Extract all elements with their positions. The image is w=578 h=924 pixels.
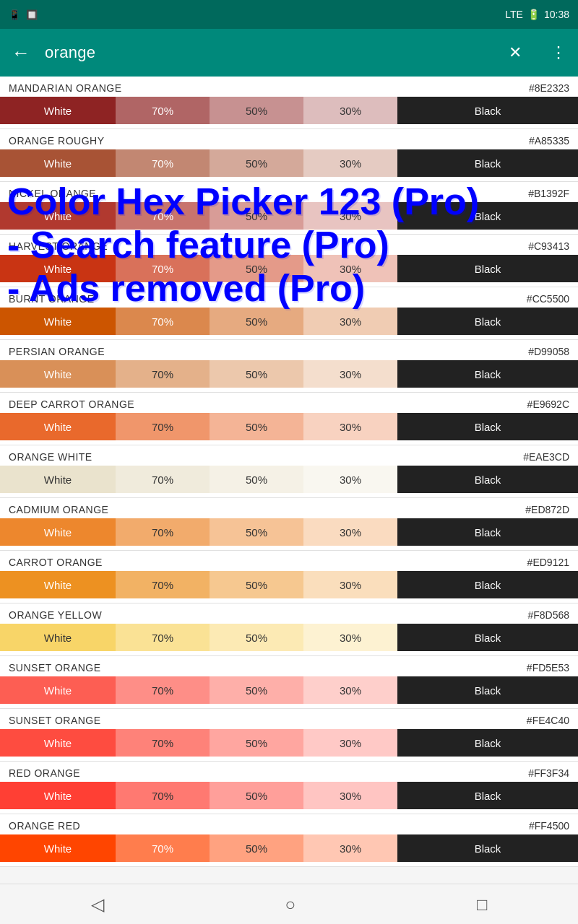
color-hex: #CC5500 [527, 293, 569, 305]
clear-search-button[interactable]: ✕ [509, 43, 522, 62]
color-swatch[interactable]: 70% [116, 255, 210, 282]
color-swatch[interactable]: Black [397, 624, 578, 651]
color-swatch[interactable]: White [0, 729, 116, 757]
color-swatch[interactable]: 70% [116, 308, 210, 335]
color-bar[interactable]: White70%50%30%Black [0, 149, 578, 177]
color-swatch[interactable]: 50% [210, 518, 303, 546]
color-bar[interactable]: White70%50%30%Black [0, 518, 578, 546]
color-swatch[interactable]: 30% [303, 466, 397, 493]
back-button[interactable]: ← [12, 42, 30, 64]
color-swatch[interactable]: White [0, 149, 116, 177]
color-swatch[interactable]: 50% [210, 571, 303, 598]
color-swatch[interactable]: White [0, 466, 116, 493]
color-swatch[interactable]: 50% [210, 676, 303, 704]
color-bar[interactable]: White70%50%30%Black [0, 466, 578, 493]
color-swatch[interactable]: 30% [303, 676, 397, 704]
color-swatch[interactable]: 70% [116, 782, 210, 809]
recents-nav-button[interactable]: □ [455, 889, 509, 920]
color-swatch[interactable]: Black [397, 729, 578, 757]
color-swatch[interactable]: 30% [303, 360, 397, 388]
color-swatch[interactable]: 50% [210, 202, 303, 230]
color-swatch[interactable]: 50% [210, 255, 303, 282]
color-swatch[interactable]: Black [397, 149, 578, 177]
color-swatch[interactable]: 70% [116, 413, 210, 440]
color-entry: MANDARIAN ORANGE#8E2323White70%50%30%Bla… [0, 77, 578, 129]
color-swatch[interactable]: Black [397, 308, 578, 335]
color-swatch[interactable]: 50% [210, 624, 303, 651]
color-swatch[interactable]: 30% [303, 518, 397, 546]
color-swatch[interactable]: 50% [210, 834, 303, 862]
color-bar[interactable]: White70%50%30%Black [0, 360, 578, 388]
color-swatch[interactable]: 50% [210, 97, 303, 124]
color-swatch[interactable]: 70% [116, 676, 210, 704]
color-swatch[interactable]: 70% [116, 518, 210, 546]
color-swatch[interactable]: 70% [116, 360, 210, 388]
color-swatch[interactable]: Black [397, 413, 578, 440]
color-swatch[interactable]: Black [397, 782, 578, 809]
color-swatch[interactable]: 70% [116, 149, 210, 177]
color-swatch[interactable]: 70% [116, 729, 210, 757]
color-swatch[interactable]: White [0, 834, 116, 862]
color-swatch[interactable]: White [0, 97, 116, 124]
color-swatch[interactable]: Black [397, 466, 578, 493]
color-swatch[interactable]: Black [397, 518, 578, 546]
color-swatch[interactable]: 30% [303, 308, 397, 335]
color-swatch[interactable]: 30% [303, 413, 397, 440]
color-entry: NICKEL ORANGE#B1392FWhite70%50%30%Black [0, 182, 578, 235]
color-swatch[interactable]: White [0, 360, 116, 388]
color-swatch[interactable]: White [0, 782, 116, 809]
color-swatch[interactable]: 70% [116, 624, 210, 651]
color-bar[interactable]: White70%50%30%Black [0, 676, 578, 704]
color-swatch[interactable]: White [0, 413, 116, 440]
color-bar[interactable]: White70%50%30%Black [0, 624, 578, 651]
overflow-menu-button[interactable]: ⋮ [551, 43, 566, 62]
color-swatch[interactable]: 70% [116, 834, 210, 862]
color-swatch[interactable]: Black [397, 202, 578, 230]
color-swatch[interactable]: 50% [210, 308, 303, 335]
color-swatch[interactable]: Black [397, 97, 578, 124]
color-swatch[interactable]: Black [397, 676, 578, 704]
color-swatch[interactable]: 70% [116, 466, 210, 493]
color-bar[interactable]: White70%50%30%Black [0, 202, 578, 230]
color-bar[interactable]: White70%50%30%Black [0, 308, 578, 335]
color-bar[interactable]: White70%50%30%Black [0, 834, 578, 862]
color-swatch[interactable]: 30% [303, 149, 397, 177]
color-bar[interactable]: White70%50%30%Black [0, 413, 578, 440]
color-bar[interactable]: White70%50%30%Black [0, 729, 578, 757]
color-swatch[interactable]: 30% [303, 97, 397, 124]
color-swatch[interactable]: Black [397, 255, 578, 282]
color-swatch[interactable]: White [0, 255, 116, 282]
color-swatch[interactable]: White [0, 624, 116, 651]
color-swatch[interactable]: 70% [116, 202, 210, 230]
color-swatch[interactable]: 30% [303, 782, 397, 809]
color-swatch[interactable]: 50% [210, 466, 303, 493]
color-swatch[interactable]: White [0, 676, 116, 704]
color-swatch[interactable]: 70% [116, 571, 210, 598]
color-swatch[interactable]: White [0, 202, 116, 230]
color-bar[interactable]: White70%50%30%Black [0, 782, 578, 809]
color-swatch[interactable]: 50% [210, 729, 303, 757]
color-swatch[interactable]: 30% [303, 729, 397, 757]
color-swatch[interactable]: Black [397, 571, 578, 598]
color-swatch[interactable]: 50% [210, 413, 303, 440]
color-swatch[interactable]: 30% [303, 571, 397, 598]
color-swatch[interactable]: 70% [116, 97, 210, 124]
color-swatch[interactable]: 30% [303, 255, 397, 282]
color-swatch[interactable]: 30% [303, 834, 397, 862]
color-swatch[interactable]: 30% [303, 202, 397, 230]
color-name: SUNSET ORANGE [9, 662, 101, 674]
home-nav-button[interactable]: ○ [264, 889, 318, 920]
color-swatch[interactable]: White [0, 308, 116, 335]
color-swatch[interactable]: 50% [210, 360, 303, 388]
color-swatch[interactable]: 50% [210, 149, 303, 177]
color-swatch[interactable]: Black [397, 834, 578, 862]
color-swatch[interactable]: Black [397, 360, 578, 388]
color-bar[interactable]: White70%50%30%Black [0, 97, 578, 124]
color-swatch[interactable]: White [0, 571, 116, 598]
color-bar[interactable]: White70%50%30%Black [0, 255, 578, 282]
color-swatch[interactable]: 50% [210, 782, 303, 809]
color-bar[interactable]: White70%50%30%Black [0, 571, 578, 598]
color-swatch[interactable]: 30% [303, 624, 397, 651]
back-nav-button[interactable]: ◁ [69, 889, 126, 920]
color-swatch[interactable]: White [0, 518, 116, 546]
